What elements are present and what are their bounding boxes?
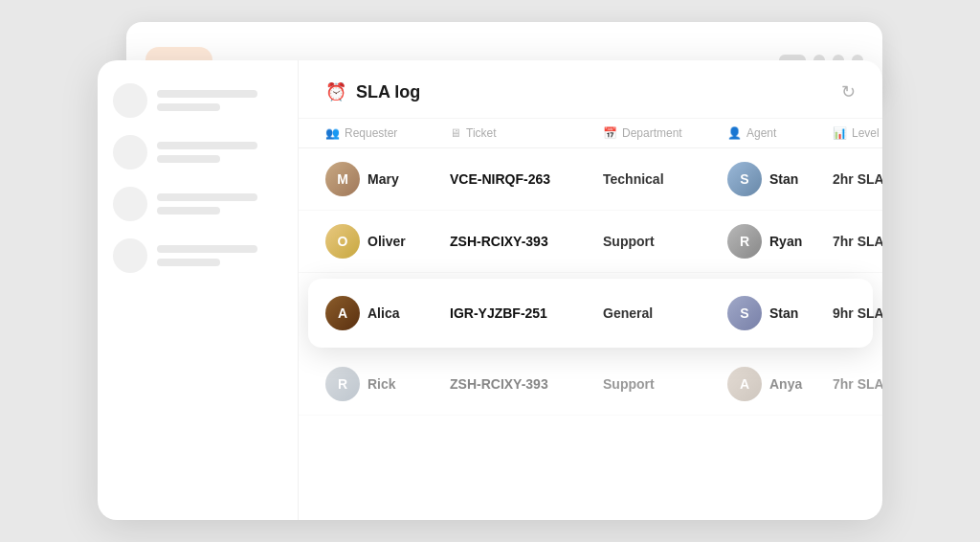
header-left: ⏰ SLA log: [325, 81, 420, 102]
col-ticket: 🖥 Ticket: [450, 126, 603, 140]
header: ⏰ SLA log ↻: [299, 60, 882, 119]
agent-cell-alica: S Stan: [727, 296, 833, 330]
sidebar-circle-2: [113, 135, 147, 169]
agent-name-anya: Anya: [769, 376, 802, 392]
ticket-mary: VCE-NIRQF-263: [450, 170, 603, 188]
avatar-ryan: R: [727, 224, 762, 259]
sidebar-circle-4: [113, 238, 147, 273]
sidebar-lines-3: [157, 193, 282, 215]
table-row: M Mary VCE-NIRQF-263 Technical S: [299, 148, 882, 211]
requester-name-oliver: Oliver: [368, 234, 406, 249]
agent-cell-rick: A Anya: [727, 367, 833, 401]
table-body: M Mary VCE-NIRQF-263 Technical S: [299, 148, 882, 416]
col-requester: 👥 Requester: [325, 126, 450, 140]
requester-name-alica: Alica: [368, 305, 399, 321]
agent-icon: 👤: [727, 126, 742, 140]
table-header: 👥 Requester 🖥 Ticket 📅 Department 👤 Agen…: [299, 119, 882, 148]
scene: ⏰ SLA log ↻ 👥 Requester 🖥 Ticket: [98, 22, 882, 520]
agent-name-ryan: Ryan: [769, 234, 802, 249]
agent-name-stan: Stan: [769, 171, 798, 187]
level-oliver: 7hr SLA: [833, 233, 882, 250]
level-mary: 2hr SLA: [833, 170, 882, 188]
avatar-stan2: S: [727, 296, 762, 330]
requester-name-mary: Mary: [368, 171, 399, 187]
department-icon: 📅: [603, 126, 617, 140]
avatar-mary: M: [325, 162, 360, 196]
col-department: 📅 Department: [603, 126, 727, 140]
clock-icon: ⏰: [325, 81, 346, 102]
requester-cell-mary: M Mary: [325, 162, 450, 196]
sidebar-item-3: [113, 187, 282, 221]
main-card: ⏰ SLA log ↻ 👥 Requester 🖥 Ticket: [98, 60, 882, 520]
sidebar-circle-1: [113, 83, 147, 118]
dept-rick: Support: [603, 375, 727, 393]
table-wrapper: 👥 Requester 🖥 Ticket 📅 Department 👤 Agen…: [299, 119, 882, 520]
sidebar-lines-4: [157, 245, 282, 266]
level-icon: 📊: [833, 126, 847, 140]
col-level: 📊 Level: [833, 126, 882, 140]
table-row-rick: R Rick ZSH-RCIXY-393 Support A: [299, 353, 882, 416]
requester-cell-rick: R Rick: [325, 367, 450, 401]
avatar-stan: S: [727, 162, 762, 196]
agent-cell-oliver: R Ryan: [727, 224, 833, 259]
agent-name-stan2: Stan: [769, 305, 798, 321]
col-agent: 👤 Agent: [727, 126, 833, 140]
dept-alica: General: [603, 305, 727, 322]
table-row-alica: A Alica IGR-YJZBF-251 General S: [308, 279, 873, 348]
refresh-button[interactable]: ↻: [841, 81, 856, 102]
table-row: O Oliver ZSH-RCIXY-393 Support R: [299, 211, 882, 273]
requester-cell-oliver: O Oliver: [325, 224, 450, 259]
sidebar-item-4: [113, 238, 282, 273]
avatar-anya: A: [727, 367, 762, 401]
sidebar-item-2: [113, 135, 282, 169]
sidebar: [98, 60, 299, 520]
ticket-icon: 🖥: [450, 126, 461, 140]
ticket-alica: IGR-YJZBF-251: [450, 305, 603, 322]
content-area: ⏰ SLA log ↻ 👥 Requester 🖥 Ticket: [299, 60, 882, 520]
sidebar-lines-1: [157, 90, 282, 111]
page-title: SLA log: [356, 82, 420, 102]
level-rick: 7hr SLA: [833, 375, 882, 393]
requester-name-rick: Rick: [368, 376, 396, 392]
dept-oliver: Support: [603, 233, 727, 250]
ticket-oliver: ZSH-RCIXY-393: [450, 233, 603, 250]
requester-cell-alica: A Alica: [325, 296, 450, 330]
avatar-oliver: O: [325, 224, 360, 259]
requester-icon: 👥: [325, 126, 340, 140]
sidebar-item: [113, 83, 282, 118]
avatar-alica: A: [325, 296, 360, 330]
sidebar-lines-2: [157, 142, 282, 163]
avatar-rick: R: [325, 367, 360, 401]
agent-cell-mary: S Stan: [727, 162, 833, 196]
level-alica: 9hr SLA: [833, 305, 882, 322]
sidebar-circle-3: [113, 187, 147, 221]
ticket-rick: ZSH-RCIXY-393: [450, 375, 603, 393]
dept-mary: Technical: [603, 170, 727, 188]
